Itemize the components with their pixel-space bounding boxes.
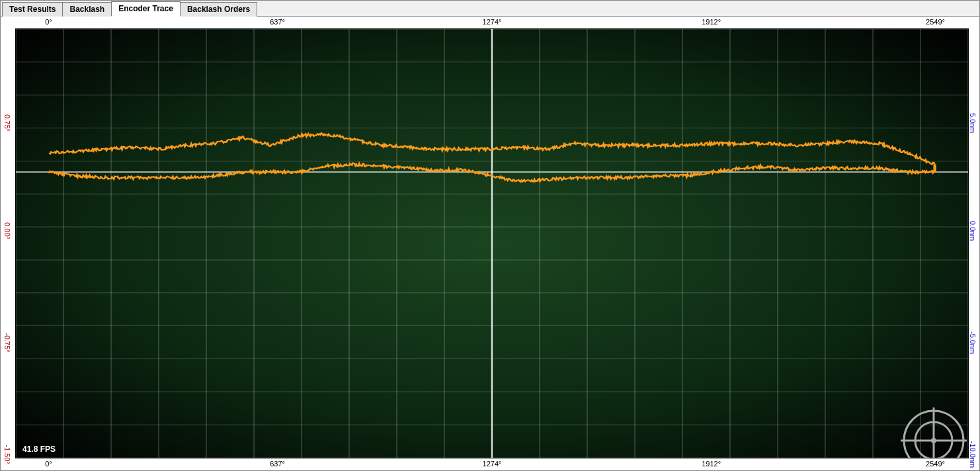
app-window: Test Results Backlash Encoder Trace Back…: [0, 0, 980, 471]
tab-test-results[interactable]: Test Results: [2, 2, 63, 17]
xtick-top-2: 1274°: [483, 18, 502, 26]
x-axis-top-ticks: 0° 637° 1274° 1912° 2549°: [15, 18, 969, 27]
xtick-bot-3: 1912°: [702, 460, 721, 468]
tab-backlash[interactable]: Backlash: [62, 2, 112, 17]
tab-bar: Test Results Backlash Encoder Trace Back…: [1, 1, 979, 17]
scope-container: 0° 637° 1274° 1912° 2549° 0° 637° 1274° …: [2, 18, 978, 469]
ltick-1: 0.00°: [3, 222, 11, 239]
content-pane: 0° 637° 1274° 1912° 2549° 0° 637° 1274° …: [1, 17, 979, 470]
scope-svg: [16, 29, 968, 458]
y-axis-right-ticks: 5.0nm 0.0nm -5.0nm -10.0nm: [969, 28, 978, 458]
tab-backlash-orders[interactable]: Backlash Orders: [180, 2, 257, 17]
xtick-top-4: 2549°: [926, 18, 945, 26]
tab-encoder-trace[interactable]: Encoder Trace: [111, 1, 181, 17]
xtick-top-0: 0°: [45, 18, 52, 26]
rtick-0: 5.0nm: [969, 113, 977, 134]
xtick-bot-2: 1274°: [483, 460, 502, 468]
rtick-2: -5.0nm: [969, 331, 977, 353]
ltick-2: -0.75°: [3, 333, 11, 352]
xtick-bot-4: 2549°: [926, 460, 945, 468]
rtick-1: 0.0nm: [969, 220, 977, 241]
y-axis-left-ticks: 0.75° 0.00° -0.75° -1.50°: [3, 28, 13, 458]
xtick-top-3: 1912°: [702, 18, 721, 26]
x-axis-bottom-ticks: 0° 637° 1274° 1912° 2549°: [15, 460, 969, 469]
xtick-bot-0: 0°: [45, 460, 52, 468]
xtick-top-1: 637°: [270, 18, 285, 26]
rtick-3: -10.0nm: [969, 441, 977, 467]
ltick-3: -1.50°: [3, 445, 11, 464]
ltick-0: 0.75°: [3, 114, 11, 132]
xtick-bot-1: 637°: [270, 460, 285, 468]
oscilloscope-display[interactable]: 41.8 FPS: [15, 28, 969, 458]
fps-readout: 41.8 FPS: [22, 445, 56, 454]
